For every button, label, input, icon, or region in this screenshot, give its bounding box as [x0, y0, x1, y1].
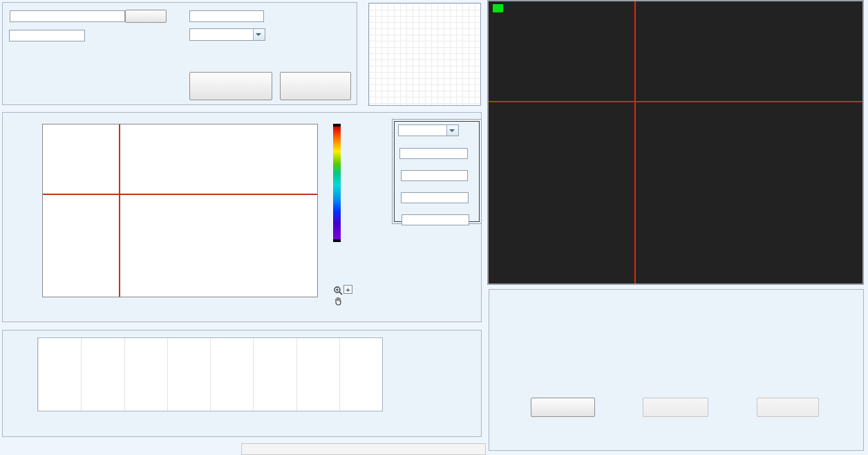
new-project-button[interactable] [125, 10, 167, 23]
setup-panel [2, 2, 357, 105]
max-colormap-input[interactable] [399, 148, 468, 159]
camera-view[interactable] [487, 0, 864, 285]
spectrogram-cursor-hline[interactable] [43, 194, 317, 195]
min-frequency-input[interactable] [401, 192, 469, 203]
record-duration-input[interactable] [9, 30, 85, 41]
frequency-resolution-input[interactable] [402, 214, 469, 225]
chevron-down-icon[interactable] [253, 29, 265, 40]
chevron-down-icon[interactable] [446, 125, 458, 136]
mic-array-scatter [369, 3, 479, 104]
waveform-panel [2, 330, 482, 437]
cursor-tool-icon[interactable]: + [343, 285, 352, 294]
amplitude-colorbar [333, 124, 341, 242]
camera-cursor-hline[interactable] [489, 101, 862, 102]
show-results-checkbox[interactable] [492, 3, 504, 13]
camera-cursor-vline[interactable] [634, 1, 636, 284]
max-frequency-input[interactable] [401, 170, 468, 181]
camera-id-input[interactable] [189, 10, 264, 22]
zoom-tool-icon[interactable] [333, 286, 343, 295]
save-button[interactable] [643, 398, 708, 417]
check-camera-button[interactable] [280, 72, 351, 100]
offline-status-box [241, 443, 486, 455]
mic-array-dropdown[interactable] [189, 28, 265, 41]
update-analog-input-button[interactable] [189, 72, 272, 100]
pan-tool-icon[interactable] [334, 296, 343, 306]
waveform-plot[interactable] [37, 337, 383, 411]
mic-array-plot[interactable] [368, 3, 481, 106]
start-button[interactable] [531, 398, 595, 417]
channel-controls-box [392, 119, 482, 224]
spectrogram-panel: + [2, 112, 482, 322]
spectrogram-cursor-vline[interactable] [119, 124, 120, 297]
spectrogram-plot[interactable] [42, 124, 318, 297]
actions-panel [489, 289, 864, 451]
stop-button[interactable] [757, 398, 819, 417]
channel-dropdown[interactable] [398, 124, 459, 136]
project-name-input[interactable] [10, 10, 125, 22]
